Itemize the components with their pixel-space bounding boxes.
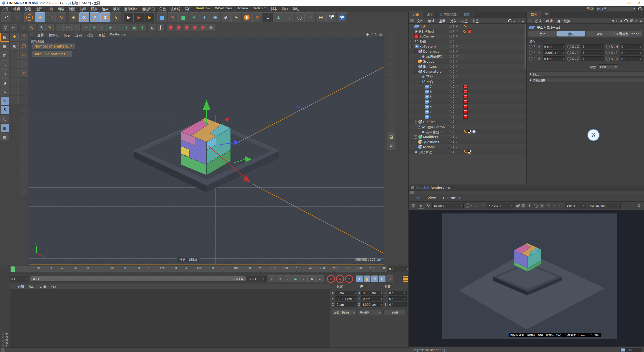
help-tool-button[interactable]: ? xyxy=(20,33,28,41)
menu-script[interactable]: 脚本 xyxy=(268,6,279,11)
character-tool-button[interactable]: ♟ xyxy=(273,12,284,22)
zoom-level[interactable]: 100 %↕ xyxy=(565,203,586,208)
tag-block-icon[interactable] xyxy=(463,30,466,33)
om-menu-objects[interactable]: 对象 xyxy=(448,18,459,23)
material-menu-view[interactable]: 查看 xyxy=(49,284,60,289)
menu-animate[interactable]: 动画 xyxy=(77,6,89,11)
menu-redshift[interactable]: Redshift xyxy=(250,6,268,11)
platonic-object-button[interactable]: ◈ xyxy=(106,24,114,31)
enabled-check-icon[interactable]: ✓ xyxy=(455,45,459,48)
search-icon[interactable] xyxy=(638,7,641,10)
object-label[interactable]: 渲染容器 xyxy=(419,150,449,154)
attr-up-icon[interactable]: ▲ xyxy=(620,19,622,22)
menu-create[interactable]: 创建 xyxy=(22,6,33,11)
coord-input[interactable]: 0 cm↕ xyxy=(361,296,383,301)
section-tab-平滑着色(Phong)[interactable]: 平滑着色(Phong) xyxy=(614,31,642,36)
key-pla-button[interactable]: ∷ xyxy=(386,275,393,282)
menu-character[interactable]: 角色 xyxy=(157,6,168,11)
loop-mode-button[interactable]: ↻ xyxy=(308,275,316,282)
expand-toggle-icon[interactable]: − xyxy=(418,80,421,83)
rv-menu-customize[interactable]: Customize xyxy=(440,196,465,200)
object-label[interactable]: Emitters xyxy=(423,65,449,68)
spline-sketch-button[interactable]: ✎ xyxy=(46,24,54,31)
enabled-check-icon[interactable]: ✓ xyxy=(455,115,459,118)
object-label[interactable]: Utilities xyxy=(423,120,449,124)
menu-xparticles[interactable]: X-Particles xyxy=(213,6,234,11)
drag-handle-icon[interactable] xyxy=(11,285,15,288)
mode-axis-button[interactable]: ↳ xyxy=(1,87,9,96)
attr-add-icon[interactable]: ⊞ xyxy=(639,19,642,22)
add-cube-button[interactable]: ■ xyxy=(157,12,167,22)
visibility-dots[interactable] xyxy=(453,65,454,68)
viewport-menu-cameras[interactable]: 摄像机 xyxy=(46,32,61,37)
menu-pipeline[interactable]: 流水线 xyxy=(168,6,182,11)
visibility-dots[interactable] xyxy=(453,110,454,113)
object-label[interactable]: Modifiers xyxy=(423,135,449,139)
keyframe-radio[interactable] xyxy=(567,45,571,49)
enabled-check-icon[interactable]: ✓ xyxy=(455,85,459,88)
keyframe-radio[interactable] xyxy=(529,57,533,61)
timeline-top-spinner[interactable]: 0 F↕ xyxy=(388,266,410,272)
object-label[interactable]: 破碎 (Voronoi) xyxy=(427,124,449,129)
om-tab-内容浏览器[interactable]: 内容浏览器 xyxy=(437,11,460,18)
autokey-button[interactable]: ◉ xyxy=(336,275,344,283)
render-canvas[interactable]: 微信公众号: 野鹿志 微博: 野鹿志 作者: 马鹿野郎 Frame 0 1.90… xyxy=(409,210,644,346)
object-label[interactable]: 平面 xyxy=(420,24,449,29)
lock-z-axis-button[interactable]: Z xyxy=(100,12,110,22)
visibility-dots[interactable] xyxy=(453,90,454,93)
tree-row-7[interactable]: ∞7✓ xyxy=(409,84,526,89)
tag-cache-icon[interactable] xyxy=(463,105,468,109)
current-frame-spinner[interactable]: 0 F↕ xyxy=(10,276,28,282)
focus-icon[interactable]: ⊡ xyxy=(455,29,459,33)
psr-zero-button[interactable]: PSR0 xyxy=(326,12,336,22)
tree-row-3[interactable]: ∞3✓ xyxy=(409,104,526,109)
expand-toggle-icon[interactable]: − xyxy=(414,70,417,73)
layer-toggle[interactable] xyxy=(449,120,452,123)
tree-row-Actions[interactable]: Actions✓ xyxy=(409,144,526,149)
coord-input[interactable]: 0 cm↕ xyxy=(335,291,357,295)
section-tab-基本[interactable]: 基本 xyxy=(529,31,557,36)
play-backwards-button[interactable]: ↺ xyxy=(276,275,284,282)
float-move-button[interactable]: ✚ xyxy=(10,33,19,41)
object-label[interactable]: 备份 xyxy=(420,39,449,44)
coord-input[interactable]: 0 °↕ xyxy=(388,296,407,301)
rv-menu-view[interactable]: View xyxy=(424,196,439,200)
layer-toggle[interactable] xyxy=(449,80,452,83)
viewport-menu-view[interactable]: 查看 xyxy=(35,32,46,37)
dashed-selection-button[interactable]: ◌ xyxy=(305,12,315,22)
object-label[interactable]: xpFluidFX xyxy=(426,55,449,58)
om-scrollbar[interactable] xyxy=(525,24,526,69)
layer-toggle[interactable] xyxy=(449,65,452,68)
move-tool-button[interactable]: ✚ xyxy=(35,12,45,22)
freeze-transform-section[interactable]: ▶冻结变换 xyxy=(528,77,644,82)
spline-swirl-button[interactable]: ∮ xyxy=(139,24,146,31)
enabled-check-icon[interactable]: ✓ xyxy=(455,90,459,93)
section-tab-坐标[interactable]: 坐标 xyxy=(557,31,585,36)
section-tab-对象[interactable]: 对象 xyxy=(586,31,614,36)
text-tool-button[interactable]: T xyxy=(123,24,130,31)
select-rect-button[interactable]: ▭ xyxy=(20,51,28,59)
add-spline-pen-button[interactable]: ✎ xyxy=(168,12,178,22)
enabled-check-icon[interactable]: ✓ xyxy=(455,50,459,53)
visibility-dots[interactable] xyxy=(453,35,454,37)
visibility-dots[interactable] xyxy=(453,100,454,103)
menu-tools[interactable]: 工具 xyxy=(44,6,55,11)
menu-select[interactable]: 选择 xyxy=(33,6,44,11)
viewport-menu-prorender[interactable]: ProRender xyxy=(107,32,129,37)
drag-handle-icon[interactable] xyxy=(410,191,414,194)
layer-toggle[interactable] xyxy=(449,140,452,144)
object-label[interactable]: 7 xyxy=(430,85,449,89)
prev-frame-button[interactable]: ‹ xyxy=(284,275,292,282)
coord-input[interactable]: 0 °↕ xyxy=(388,291,407,295)
visibility-dots[interactable] xyxy=(453,130,454,133)
drag-handle-icon[interactable] xyxy=(410,19,414,22)
layer-toggle[interactable] xyxy=(449,115,452,118)
field-input[interactable]: 1↕ xyxy=(581,56,604,61)
rv-menu-file[interactable]: File xyxy=(412,196,423,200)
tag-rscam-icon[interactable] xyxy=(467,29,471,33)
tag-orange-icon[interactable] xyxy=(463,24,467,28)
layer-toggle[interactable] xyxy=(449,130,452,134)
enabled-check-icon[interactable]: ✓ xyxy=(455,55,459,58)
object-label[interactable]: RS 摄像机 xyxy=(419,29,449,34)
rf-emitter-5-button[interactable] xyxy=(199,24,207,31)
